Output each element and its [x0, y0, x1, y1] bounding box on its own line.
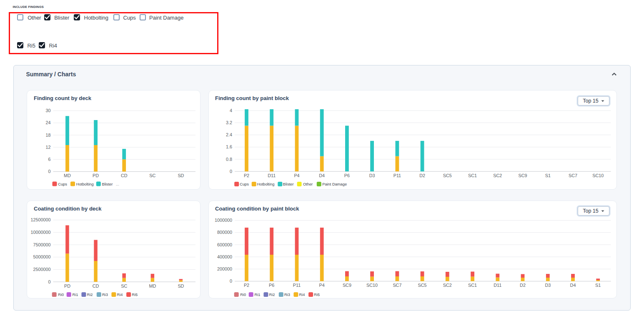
svg-text:SC2: SC2: [443, 283, 452, 288]
svg-text:Cups: Cups: [240, 182, 249, 186]
svg-text:SC7: SC7: [393, 283, 401, 288]
svg-text:D11: D11: [494, 283, 501, 288]
svg-text:P11: P11: [393, 173, 401, 178]
svg-text:6: 6: [48, 157, 50, 162]
svg-text:S1: S1: [545, 173, 551, 178]
svg-text:P4: P4: [319, 283, 325, 288]
svg-text:10000000: 10000000: [30, 230, 50, 235]
svg-text:Ri1: Ri1: [255, 293, 261, 297]
svg-text:800000: 800000: [217, 230, 232, 235]
svg-text:D4: D4: [570, 283, 576, 288]
svg-text:SD: SD: [178, 173, 184, 178]
svg-text:Hotbolting: Hotbolting: [76, 182, 94, 186]
svg-text:PD: PD: [93, 173, 99, 178]
svg-text:Other: Other: [303, 182, 313, 186]
svg-text:Ri0: Ri0: [58, 293, 64, 297]
svg-text:MD: MD: [64, 173, 71, 178]
svg-text:SC5: SC5: [443, 173, 452, 178]
svg-text:P6: P6: [269, 283, 274, 288]
svg-text:SC5: SC5: [418, 283, 427, 288]
svg-text:S1: S1: [595, 283, 601, 288]
svg-text:Ri3: Ri3: [102, 293, 108, 297]
svg-text:P4: P4: [294, 173, 299, 178]
svg-text:SC: SC: [121, 283, 127, 288]
svg-text:0.8: 0.8: [226, 157, 232, 162]
svg-text:D3: D3: [545, 283, 551, 288]
svg-text:400000: 400000: [217, 254, 232, 259]
svg-text:SC1: SC1: [468, 283, 477, 288]
svg-text:Ri4: Ri4: [117, 293, 123, 297]
svg-text:...: ...: [116, 182, 119, 186]
svg-text:SD: SD: [178, 283, 184, 288]
svg-text:SC: SC: [149, 173, 155, 178]
svg-text:0: 0: [230, 169, 232, 174]
svg-text:Ri4: Ri4: [299, 293, 305, 297]
svg-text:D4: D4: [319, 173, 325, 178]
svg-text:SC2: SC2: [493, 173, 502, 178]
svg-text:CD: CD: [93, 283, 99, 288]
svg-text:0: 0: [48, 169, 50, 174]
svg-text:Paint Damage: Paint Damage: [322, 182, 347, 186]
svg-text:24: 24: [45, 120, 50, 125]
svg-text:30: 30: [45, 108, 50, 113]
svg-text:Ri2: Ri2: [269, 293, 275, 297]
svg-text:Ri3: Ri3: [284, 293, 290, 297]
svg-text:SC7: SC7: [569, 173, 577, 178]
svg-text:SC10: SC10: [592, 173, 604, 178]
svg-text:D2: D2: [419, 173, 425, 178]
svg-text:Ri2: Ri2: [87, 293, 93, 297]
svg-text:2500000: 2500000: [33, 267, 50, 272]
svg-text:12: 12: [45, 145, 50, 150]
svg-text:Ri5: Ri5: [314, 293, 320, 297]
svg-text:D11: D11: [268, 173, 276, 178]
svg-text:18: 18: [45, 133, 50, 138]
svg-text:Cups: Cups: [58, 182, 67, 186]
svg-text:1.6: 1.6: [226, 144, 232, 149]
svg-text:600000: 600000: [217, 242, 232, 247]
svg-text:Ri0: Ri0: [240, 293, 246, 297]
svg-text:PD: PD: [64, 283, 70, 288]
svg-text:P2: P2: [244, 283, 249, 288]
svg-text:P6: P6: [344, 173, 350, 178]
svg-text:SC9: SC9: [343, 283, 351, 288]
svg-text:1000000: 1000000: [215, 218, 232, 223]
svg-text:3.2: 3.2: [226, 120, 232, 125]
svg-text:5000000: 5000000: [33, 254, 50, 259]
svg-text:2.4: 2.4: [226, 132, 232, 137]
svg-text:Blister: Blister: [283, 182, 294, 186]
svg-text:0: 0: [230, 278, 232, 283]
svg-text:CD: CD: [121, 173, 128, 178]
svg-text:P11: P11: [293, 283, 301, 288]
svg-text:Hotbolting: Hotbolting: [257, 182, 275, 186]
svg-text:Ri5: Ri5: [132, 293, 138, 297]
svg-text:12500000: 12500000: [30, 217, 50, 222]
svg-text:200000: 200000: [217, 266, 232, 271]
svg-text:MD: MD: [149, 283, 156, 288]
svg-text:SC10: SC10: [366, 283, 378, 288]
svg-text:D2: D2: [520, 283, 526, 288]
svg-text:0: 0: [48, 279, 50, 284]
svg-text:Ri1: Ri1: [73, 293, 78, 297]
svg-text:7500000: 7500000: [33, 242, 50, 247]
svg-text:SC9: SC9: [518, 173, 527, 178]
svg-text:4: 4: [230, 108, 232, 113]
svg-text:P2: P2: [244, 173, 249, 178]
svg-text:SC1: SC1: [468, 173, 477, 178]
svg-text:Blister: Blister: [102, 182, 113, 186]
svg-text:D3: D3: [369, 173, 375, 178]
